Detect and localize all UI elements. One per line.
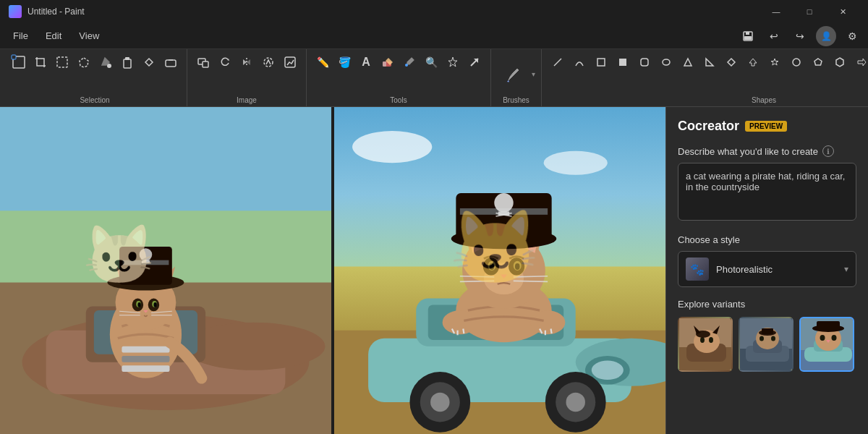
svg-line-95 — [460, 281, 494, 281]
shape-rounded-rect[interactable] — [634, 52, 655, 72]
shape-ellipse[interactable] — [656, 52, 676, 72]
brush-dropdown[interactable]: ▾ — [532, 70, 535, 78]
svg-point-20 — [663, 59, 670, 65]
undo-button[interactable]: ↩ — [764, 26, 784, 46]
svg-marker-82 — [464, 229, 486, 255]
shape-arrow-right[interactable] — [851, 52, 868, 72]
svg-marker-85 — [524, 231, 540, 253]
shape-star[interactable] — [765, 52, 785, 72]
shape-hexagon[interactable] — [830, 52, 850, 72]
flip-button[interactable] — [237, 52, 257, 72]
menu-edit[interactable]: Edit — [38, 27, 69, 44]
svg-rect-2 — [744, 36, 752, 40]
svg-marker-41 — [119, 270, 132, 284]
svg-point-49 — [153, 302, 156, 307]
selection-tools — [9, 52, 181, 96]
info-icon[interactable]: ℹ — [822, 145, 834, 157]
svg-point-120 — [771, 336, 775, 341]
shape-pencil[interactable] — [548, 52, 568, 72]
eraser-bg-button[interactable] — [161, 52, 181, 72]
fill-button[interactable] — [95, 52, 116, 72]
cocreator-header: Cocreator PREVIEW — [678, 119, 856, 134]
profile-button[interactable]: 👤 — [816, 26, 836, 46]
fill-tool-button[interactable]: 🪣 — [334, 52, 354, 72]
shapes-label: Shapes — [752, 96, 776, 106]
shape-rect[interactable] — [591, 52, 611, 72]
svg-point-16 — [405, 64, 408, 67]
svg-point-79 — [443, 310, 478, 334]
svg-line-103 — [495, 213, 511, 216]
text-button[interactable]: A — [356, 52, 376, 72]
shape-diamond[interactable] — [721, 52, 741, 72]
title-bar: Untitled - Paint — □ ✕ — [0, 0, 868, 23]
svg-line-94 — [460, 276, 494, 277]
style-selector[interactable]: 🐾 Photorealistic ▾ — [678, 251, 856, 287]
svg-point-21 — [793, 59, 800, 66]
canvas-content — [0, 107, 665, 434]
svg-point-71 — [592, 361, 624, 380]
svg-rect-56 — [119, 247, 172, 285]
redo-button[interactable]: ↪ — [790, 26, 810, 46]
transform-button[interactable] — [139, 52, 159, 72]
pencil-button[interactable]: ✏️ — [312, 52, 333, 72]
image-enhance-button[interactable] — [280, 52, 300, 72]
svg-rect-100 — [460, 208, 548, 215]
svg-rect-18 — [619, 59, 626, 66]
svg-rect-4 — [12, 55, 16, 59]
paste-button[interactable] — [117, 52, 137, 72]
shape-right-tri[interactable] — [699, 52, 720, 72]
variants-label: Explore variants — [678, 299, 856, 310]
zoom-button[interactable]: 🔍 — [421, 52, 441, 72]
svg-line-104 — [495, 213, 511, 216]
resize-button[interactable] — [193, 52, 213, 72]
shape-arrow-up[interactable] — [743, 52, 763, 72]
bg-remove-button[interactable] — [258, 52, 278, 72]
crop-button[interactable] — [30, 52, 51, 72]
minimize-button[interactable]: — — [760, 0, 793, 23]
svg-point-6 — [107, 64, 111, 68]
shape-pentagon[interactable] — [808, 52, 828, 72]
style-icon: 🐾 — [686, 258, 709, 281]
arrow-button[interactable] — [464, 52, 485, 72]
svg-point-113 — [696, 331, 710, 338]
svg-point-87 — [483, 258, 499, 275]
variant-1[interactable] — [678, 317, 733, 372]
svg-rect-8 — [125, 57, 129, 60]
preview-badge: PREVIEW — [745, 121, 787, 132]
save-button[interactable] — [738, 26, 758, 46]
maximize-button[interactable]: □ — [793, 0, 826, 23]
title-left: Untitled - Paint — [9, 5, 85, 18]
svg-point-90 — [514, 261, 522, 271]
prompt-textarea[interactable] — [678, 163, 856, 221]
shapes-group: Shapes — [542, 49, 868, 106]
shape-triangle[interactable] — [678, 52, 698, 72]
menu-file[interactable]: File — [6, 27, 35, 44]
selection-group: Selection — [3, 49, 187, 106]
shapes-tools — [548, 52, 868, 96]
variant-3[interactable] — [799, 317, 854, 372]
describe-label-row: Describe what you'd like to create ℹ — [678, 145, 856, 157]
close-button[interactable]: ✕ — [826, 0, 859, 23]
svg-rect-59 — [142, 260, 150, 263]
select-rect-button[interactable] — [52, 52, 72, 72]
svg-point-128 — [820, 335, 825, 341]
shape-rect-fill[interactable] — [613, 52, 633, 72]
canvas-button[interactable] — [9, 52, 29, 72]
shape-curve[interactable] — [569, 52, 590, 72]
shape-circle[interactable] — [786, 52, 807, 72]
rotate-button[interactable] — [215, 52, 235, 72]
svg-point-119 — [760, 336, 764, 341]
variant-2[interactable] — [739, 317, 793, 372]
eraser-button[interactable] — [378, 52, 398, 72]
magic-select-button[interactable] — [443, 52, 463, 72]
image-tools — [193, 52, 300, 96]
brush-selector[interactable] — [497, 64, 529, 85]
dropper-button[interactable] — [399, 52, 420, 72]
title-text: Untitled - Paint — [27, 7, 85, 17]
select-free-button[interactable] — [74, 52, 94, 72]
svg-rect-37 — [122, 356, 169, 362]
menu-view[interactable]: View — [72, 27, 106, 44]
main-canvas[interactable] — [0, 107, 665, 434]
settings-button[interactable]: ⚙ — [842, 26, 862, 46]
variants-grid — [678, 317, 856, 372]
